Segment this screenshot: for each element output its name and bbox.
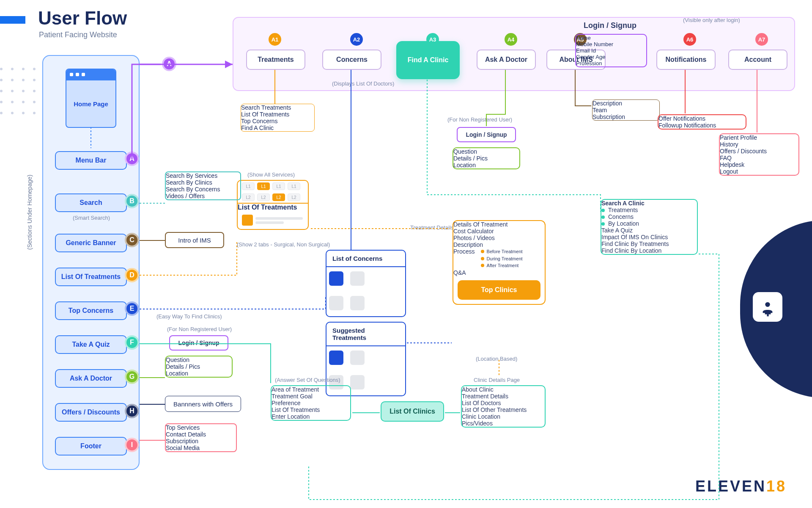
other-treatments[interactable]: List Of Other Treatments xyxy=(462,406,545,413)
list-of-doctors[interactable]: List Of Doctors xyxy=(462,400,545,406)
nav-account[interactable]: Account xyxy=(728,50,787,70)
section-take-quiz[interactable]: Take A Quiz xyxy=(55,335,127,354)
question[interactable]: Question xyxy=(453,148,519,155)
impact-ims[interactable]: Impact Of IMS On Clinics xyxy=(601,234,697,240)
take-a-quiz[interactable]: Take A Quiz xyxy=(601,227,697,234)
chip-l1-active[interactable]: L1 xyxy=(257,182,270,190)
chip-l2[interactable]: L2 xyxy=(257,193,270,201)
nav-find-clinic[interactable]: Find A Clinic xyxy=(396,41,460,79)
location[interactable]: Location xyxy=(166,370,232,377)
login-signup-button-top[interactable]: Login / Signup xyxy=(457,127,516,142)
search-by-concerns[interactable]: Search By Concerns xyxy=(166,186,240,193)
search-treatments[interactable]: Search Treatments xyxy=(241,104,314,111)
find-by-treatments[interactable]: Find Clinic By Treatments xyxy=(601,240,697,247)
chip-l1[interactable]: L1 xyxy=(242,182,255,190)
cost-calculator[interactable]: Cost Calculator xyxy=(453,228,545,235)
level-2-row: L2 L2 L2 L2 xyxy=(238,192,308,203)
footer-contact[interactable]: Contact Details xyxy=(166,431,236,438)
field-name[interactable]: Name xyxy=(576,35,646,41)
nav-concerns[interactable]: Concerns xyxy=(322,50,381,70)
section-list-treatments[interactable]: List Of Treatments xyxy=(55,268,127,286)
top-concerns[interactable]: Top Concerns xyxy=(241,118,314,124)
section-top-concerns[interactable]: Top Concerns xyxy=(55,301,127,320)
login-signup-title: Login / Signup xyxy=(584,21,636,30)
about-team[interactable]: Team xyxy=(593,107,659,113)
node-b: B xyxy=(125,194,139,208)
suggested-thumb[interactable] xyxy=(350,375,365,389)
concern-thumb-active[interactable] xyxy=(329,271,343,286)
q-and-a[interactable]: Q&A xyxy=(453,269,545,276)
photos-videos[interactable]: Photos / Videos xyxy=(453,235,545,241)
search-by-clinics[interactable]: Search By Clinics xyxy=(166,179,240,186)
about-description[interactable]: Description xyxy=(593,100,659,107)
login-signup-button-left[interactable]: Login / Signup xyxy=(169,335,228,351)
filter-location[interactable]: By Location xyxy=(608,220,639,227)
section-footer[interactable]: Footer xyxy=(55,437,127,456)
field-mobile[interactable]: Mobile Number xyxy=(576,41,646,47)
filter-concerns[interactable]: Concerns xyxy=(608,213,634,220)
about-subscription[interactable]: Subscription xyxy=(593,113,659,120)
concern-thumb[interactable] xyxy=(329,296,343,310)
details-pics[interactable]: Details / Pics xyxy=(166,363,232,370)
footer-top-services[interactable]: Top Services xyxy=(166,424,236,431)
followup-notifications[interactable]: Followup Notifications xyxy=(658,122,746,129)
find-by-location[interactable]: Find Clinic By Location xyxy=(601,247,697,254)
filter-treatments[interactable]: Treatments xyxy=(608,207,638,213)
easy-way-note: (Easy Way To Find Clinics) xyxy=(156,313,222,320)
section-generic-banner[interactable]: Generic Banner xyxy=(55,234,127,252)
nav-notifications[interactable]: Notifications xyxy=(656,50,716,70)
account-helpdesk[interactable]: Helpdesk xyxy=(720,161,798,168)
details-pics[interactable]: Details / Pics xyxy=(453,155,519,162)
pics-videos[interactable]: Pics/Videos xyxy=(462,420,545,427)
account-offers[interactable]: Offers / Discounts xyxy=(720,148,798,155)
section-offers-discounts[interactable]: Offers / Discounts xyxy=(55,403,127,422)
list-treatments[interactable]: List Of Treatments xyxy=(241,111,314,118)
nav-ask-doctor[interactable]: Ask A Doctor xyxy=(477,50,536,70)
about-clinic[interactable]: About Clinic xyxy=(462,386,545,393)
footer-subscription[interactable]: Subscription xyxy=(166,438,236,444)
login-signup-form: Name Mobile Number Email Id Gender Age P… xyxy=(575,34,647,67)
nav-treatments[interactable]: Treatments xyxy=(246,50,305,70)
area-of-treatment[interactable]: Area of Treatment xyxy=(272,386,350,393)
account-logout[interactable]: Logout xyxy=(720,168,798,175)
preference[interactable]: Preference xyxy=(272,400,350,406)
banners-with-offers[interactable]: Bannners with Offers xyxy=(165,396,241,412)
concern-thumb[interactable] xyxy=(350,271,365,286)
search-by-services[interactable]: Search By Services xyxy=(166,172,240,179)
list-of-clinics-button[interactable]: List Of Clinics xyxy=(381,401,444,422)
field-email[interactable]: Email Id xyxy=(576,47,646,54)
question[interactable]: Question xyxy=(166,356,232,363)
videos-offers[interactable]: Videos / Offers xyxy=(166,193,240,199)
enter-location[interactable]: Enter Location xyxy=(272,413,350,420)
treatment-details[interactable]: Treatment Details xyxy=(462,393,545,400)
account-profile[interactable]: Parient Profile xyxy=(720,134,798,141)
concern-thumb[interactable] xyxy=(350,296,365,310)
section-menu-bar[interactable]: Menu Bar xyxy=(55,151,127,170)
window-titlebar-icon xyxy=(66,69,115,80)
suggested-thumb-active[interactable] xyxy=(329,351,343,365)
account-faq[interactable]: FAQ xyxy=(720,155,798,161)
find-a-clinic[interactable]: Find A Clinic xyxy=(241,124,314,131)
location[interactable]: Location xyxy=(453,162,519,168)
list-of-treatments2[interactable]: List Of Treatments xyxy=(272,406,350,413)
description[interactable]: Description xyxy=(453,241,545,248)
chip-l2[interactable]: L2 xyxy=(242,193,255,201)
field-profession[interactable]: Profession xyxy=(576,60,646,66)
chip-l2-active[interactable]: L2 xyxy=(272,193,285,201)
chip-l1[interactable]: L1 xyxy=(272,182,285,190)
chip-l2[interactable]: L2 xyxy=(288,193,300,201)
intro-of-ims[interactable]: Intro of IMS xyxy=(165,232,224,248)
top-nav-panel: Treatments Concerns Find A Clinic Ask A … xyxy=(233,17,795,91)
clinic-location[interactable]: Clinic Location xyxy=(462,413,545,420)
footer-social[interactable]: Social Media xyxy=(166,444,236,451)
top-clinics-button[interactable]: Top Clinics xyxy=(458,280,540,300)
details-of-treatment[interactable]: Details Of Treatment xyxy=(453,221,545,228)
section-search[interactable]: Search xyxy=(55,193,127,212)
suggested-thumb[interactable] xyxy=(350,351,365,365)
section-ask-doctor[interactable]: Ask A Doctor xyxy=(55,369,127,388)
account-history[interactable]: History xyxy=(720,141,798,148)
treatment-goal[interactable]: Treatment Goal xyxy=(272,393,350,400)
field-gender[interactable]: Gender Age xyxy=(576,54,646,60)
chip-l1[interactable]: L1 xyxy=(288,182,300,190)
offer-notifications[interactable]: Offer Notifications xyxy=(658,115,746,122)
